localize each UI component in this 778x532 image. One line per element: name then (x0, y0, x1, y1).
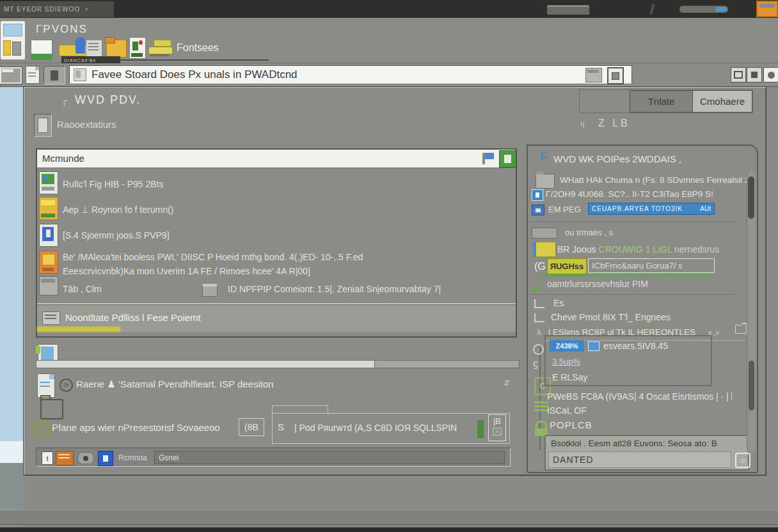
flag-icon[interactable] (481, 152, 495, 166)
desktop-wallpaper (0, 86, 23, 476)
eye-tool-icon[interactable] (77, 452, 94, 464)
smiley-icon[interactable]: ☺ (735, 453, 750, 468)
rp-yellow-highlight-text: ЯUGHss (550, 262, 584, 271)
address-text[interactable]: Favee Stoard Does Px unals in PWADtcnd (91, 68, 298, 81)
folder-open-icon[interactable] (106, 40, 127, 58)
app-icon[interactable] (0, 20, 26, 60)
bottom-toolbar-label: Rcmnoa (118, 453, 147, 462)
tree-item[interactable]: Es (553, 298, 564, 308)
selected-band[interactable]: Noontltate Pdlliss l Fese Poiemt (37, 305, 516, 332)
rp-line[interactable]: PWeBS FC8A (IV9AS| 4 Oscat Eisrtismos | … (547, 391, 729, 402)
rp-swoosh-icon (530, 280, 543, 291)
meta-mark: ų (580, 119, 585, 128)
process-chip-2-label: S (278, 421, 284, 432)
rp-yellow-highlight[interactable]: ЯUGHss (547, 258, 587, 274)
close-button[interactable] (763, 67, 778, 82)
hscroll-thumb[interactable] (36, 361, 375, 368)
gray-folder-item-icon[interactable] (39, 276, 58, 295)
list-row[interactable]: Tāb , Clm ID NPFPIP Comeiont: 1.5|, Zeni… (63, 283, 511, 297)
parameters-label[interactable]: Raooextatiurs (57, 119, 116, 130)
page-icon[interactable] (26, 66, 40, 84)
monitor-item-icon[interactable] (39, 171, 58, 194)
tree-branch-icon (534, 313, 544, 322)
vscroll-thumb-mid[interactable] (749, 361, 754, 411)
left-panel-header: Mcmunde (37, 150, 516, 168)
list-row[interactable]: [S.4 Sjoemm joos.S PVP9] (63, 230, 170, 240)
orange-tool-icon[interactable] (56, 451, 74, 465)
rp-selection-suffix: AUt (700, 205, 711, 212)
compare-button[interactable]: Cmohaere (692, 90, 752, 113)
titlebar-folder-icon[interactable] (756, 1, 778, 17)
process-tab-box: S | Pod Pяurwтd (A,S C8D IOЯ SQLLSPIN (272, 413, 510, 444)
rp-title[interactable]: WVD WK POIPes 2WDDAIS , (553, 153, 681, 164)
toolbar-subbar-line (120, 59, 269, 61)
rp-selection[interactable]: CEUAPB.ARYEA TOTO3IK AUt (588, 203, 715, 215)
document-check-icon[interactable] (129, 37, 146, 59)
details-button[interactable]: Tnlate (630, 90, 692, 113)
status-input[interactable]: DANTED (548, 451, 731, 468)
main-window: ┌ WVD PDV. Raooextatiurs Tnlate Cmohaere… (23, 86, 766, 476)
address-app-icon[interactable] (607, 67, 624, 84)
app-menu-title[interactable]: ΓPVONS (36, 23, 88, 36)
titlebar-minimize-icon[interactable] (547, 5, 589, 15)
titlebar-toggle-icon[interactable] (679, 6, 728, 13)
parameters-icon[interactable] (34, 114, 52, 137)
doc-a-item-icon[interactable] (39, 224, 58, 247)
rp-line[interactable]: oamtrlurssrssevhslur PIM (547, 279, 648, 289)
popout-icon[interactable] (735, 325, 747, 334)
new-document-icon[interactable] (31, 40, 52, 60)
detail-selected-text: Z438% (556, 342, 578, 350)
sync-row-text[interactable]: Raene ♟ 'Satamal Pvendhlfieart. ISP dees… (76, 379, 274, 390)
rp-outline-field[interactable]: ICbFrnc&aaru Gorua7/ s (588, 258, 715, 273)
titlebar-tab[interactable]: MT EYEOR SDIEWOO ▾ (0, 1, 114, 17)
text-tool-icon[interactable]: t (42, 451, 53, 465)
list-row[interactable]: Rultc'l Fig HIB - P95 2Bts (63, 179, 164, 189)
toolbar-subbar-text: DIANCA#'B4 (64, 58, 96, 63)
rail-menu-icon[interactable] (534, 400, 548, 412)
address-bar[interactable]: Favee Stoard Does Px unals in PWADtcnd (69, 65, 632, 84)
rp-line[interactable]: ou trmaes , s (565, 228, 613, 237)
process-chip-3[interactable]: |B A (488, 414, 506, 441)
layers-icon[interactable] (148, 40, 173, 56)
horizontal-scrollbar[interactable] (36, 360, 520, 368)
rp-line[interactable]: POPLCB (550, 419, 592, 430)
refresh-icon[interactable]: ⟳ (60, 379, 73, 392)
rp-line[interactable]: ISCaL OF (547, 405, 587, 416)
list-row[interactable]: Aep ⊥ Roynon fo f terumn() (63, 205, 173, 215)
minimize-button[interactable] (731, 67, 746, 82)
address-window-icon[interactable] (585, 68, 602, 82)
maximize-button[interactable] (747, 67, 762, 82)
history-icon[interactable] (44, 66, 65, 84)
process-chip-1-label: (8B (244, 422, 258, 432)
blue-tool-icon[interactable] (98, 451, 113, 466)
list-row[interactable]: Be' /MAleca'tei booless PWL' DIISC P Hoe… (63, 252, 363, 262)
window-icon[interactable] (0, 67, 22, 84)
rp-line[interactable]: WHatt HAk Chuma n (Fs: 8 SDvmnes Ferreal… (560, 175, 749, 185)
tree-branch-icon (534, 299, 544, 308)
outline-folder-icon[interactable] (40, 399, 63, 419)
vertical-scrollbar[interactable] (747, 171, 756, 453)
rail-lock-icon[interactable] (534, 421, 548, 436)
titlebar-caret-icon[interactable]: ▾ (85, 6, 88, 12)
rp-crawl-line[interactable]: BR Joous CROUWIG 1 LIGL nernedsrus (557, 244, 719, 254)
detail-selected[interactable]: Z438% (550, 340, 584, 352)
tree-item[interactable]: Cheve Pmot 8IX T'l_ Engnees (551, 312, 671, 322)
vscroll-thumb-top[interactable] (748, 176, 754, 219)
folder-item-icon[interactable] (39, 197, 58, 220)
rp-gray-chip (532, 228, 557, 239)
rp-outline-field-text: ICbFrnc&aaru Gorua7/ s (592, 261, 683, 270)
process-circle-icon[interactable]: G (34, 419, 52, 437)
process-chip-3-sub: A (493, 428, 502, 435)
list-row[interactable]: Eeescrvicvnbk)Ka mon Uverim 1A FE / Rimo… (63, 266, 310, 276)
process-chip-1[interactable]: (8B (239, 418, 264, 436)
bottom-toolbar: t Rcmnoa Gsnei (36, 448, 511, 467)
bottom-toolbar-field[interactable]: Gsnei (154, 451, 505, 464)
apply-icon[interactable] (499, 150, 516, 168)
toolbar-label[interactable]: Fontsees (177, 42, 219, 54)
detail-line3[interactable]: E RLSay (552, 372, 587, 382)
detail-line2[interactable]: 3.5up% (552, 357, 580, 366)
rp-line[interactable]: Γ/2OH9 4U068. SC?.. II-T2 C3iTao E8P9 S! (546, 189, 713, 199)
sync-doc-icon[interactable] (37, 373, 55, 398)
window-item-icon[interactable] (39, 251, 58, 274)
screen-bottom-edge (0, 527, 778, 532)
